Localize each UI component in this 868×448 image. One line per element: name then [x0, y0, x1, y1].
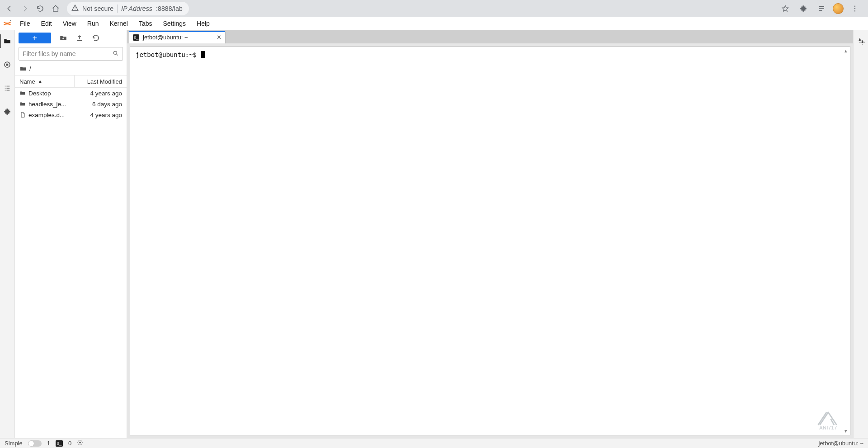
breadcrumb[interactable]: / [15, 63, 127, 75]
url-prefix: IP Address [121, 5, 152, 12]
property-inspector-icon[interactable] [854, 34, 868, 48]
header-name-column[interactable]: Name ▲ [15, 75, 75, 87]
file-row[interactable]: examples.d...4 years ago [15, 109, 127, 120]
address-bar[interactable]: Not secure IP Address :8888/lab [67, 2, 189, 15]
file-filter-input[interactable] [19, 47, 123, 61]
left-activity-bar [0, 30, 15, 438]
main-document-area: $_ jetbot@ubuntu: ~ ✕ jetbot@ubuntu:~$ ▴… [127, 30, 853, 438]
simple-mode-label: Simple [5, 440, 23, 447]
search-icon [113, 50, 119, 58]
simple-mode-toggle[interactable] [28, 440, 42, 447]
svg-point-7 [859, 39, 861, 42]
sort-ascending-icon: ▲ [38, 79, 42, 84]
svg-point-1 [854, 8, 855, 9]
terminal[interactable]: jetbot@ubuntu:~$ [130, 47, 850, 435]
document-tab-strip: $_ jetbot@ubuntu: ~ ✕ [127, 30, 853, 43]
terminal-cursor [201, 51, 205, 58]
kernel-settings-icon[interactable] [77, 439, 83, 447]
terminal-badge-icon: $_ [56, 440, 63, 447]
menu-view[interactable]: View [57, 17, 82, 30]
status-bar: Simple 1 $_ 0 jetbot@ubuntu: ~ [0, 438, 868, 448]
chrome-menu-icon[interactable] [848, 2, 862, 15]
svg-point-0 [854, 5, 855, 6]
file-icon [19, 112, 27, 118]
file-name: headless_je... [27, 101, 75, 108]
file-modified: 4 years ago [75, 112, 127, 118]
file-list-header: Name ▲ Last Modified [15, 75, 127, 88]
url-suffix: :8888/lab [156, 5, 183, 12]
breadcrumb-path: / [29, 65, 31, 72]
menu-edit[interactable]: Edit [36, 17, 57, 30]
file-name: Desktop [27, 90, 75, 97]
profile-avatar[interactable] [833, 3, 844, 14]
menu-file[interactable]: File [14, 17, 36, 30]
file-list: Desktop4 years agoheadless_je...6 days a… [15, 88, 127, 438]
terminal-icon: $_ [133, 34, 139, 41]
file-row[interactable]: Desktop4 years ago [15, 88, 127, 99]
svg-rect-5 [6, 64, 9, 66]
not-secure-label: Not secure [82, 5, 113, 12]
new-launcher-button[interactable]: + [19, 33, 51, 43]
svg-point-8 [862, 41, 864, 43]
bookmark-star-icon[interactable] [778, 2, 792, 15]
jupyterlab-menubar: FileEditViewRunKernelTabsSettingsHelp [0, 17, 868, 30]
forward-button[interactable] [18, 2, 32, 15]
tab-title: jetbot@ubuntu: ~ [143, 34, 188, 41]
file-filter-field[interactable] [23, 50, 113, 57]
jupyter-logo[interactable] [0, 17, 14, 30]
svg-point-2 [854, 10, 855, 11]
menu-tabs[interactable]: Tabs [133, 17, 158, 30]
new-folder-icon[interactable] [59, 34, 67, 42]
kernel-count[interactable]: 0 [68, 440, 71, 447]
omnibox-separator [117, 5, 118, 13]
menu-settings[interactable]: Settings [158, 17, 192, 30]
svg-point-9 [79, 442, 81, 443]
file-modified: 6 days ago [75, 101, 127, 108]
reload-button[interactable] [33, 2, 47, 15]
menu-run[interactable]: Run [82, 17, 104, 30]
folder-icon [19, 65, 27, 72]
scroll-down-icon[interactable]: ▾ [843, 428, 849, 434]
table-of-contents-tab-icon[interactable] [0, 81, 15, 95]
tab-close-icon[interactable]: ✕ [217, 34, 222, 41]
file-modified: 4 years ago [75, 90, 127, 97]
status-document-label[interactable]: jetbot@ubuntu: ~ [818, 440, 863, 447]
folder-icon [19, 90, 27, 96]
file-browser-panel: + / Name ▲ Last Modified Desktop4 years … [15, 30, 127, 438]
file-name: examples.d... [27, 112, 75, 118]
home-button[interactable] [49, 2, 62, 15]
svg-point-6 [113, 51, 117, 54]
refresh-icon[interactable] [92, 34, 100, 42]
menu-help[interactable]: Help [191, 17, 215, 30]
reading-list-icon[interactable] [815, 2, 828, 15]
tab-terminal[interactable]: $_ jetbot@ubuntu: ~ ✕ [129, 31, 226, 43]
browser-toolbar: Not secure IP Address :8888/lab [0, 0, 868, 17]
menu-kernel[interactable]: Kernel [104, 17, 133, 30]
extension-manager-tab-icon[interactable] [0, 105, 15, 118]
right-activity-bar [853, 30, 868, 438]
back-button[interactable] [3, 2, 16, 15]
extensions-icon[interactable] [797, 2, 810, 15]
terminal-prompt: jetbot@ubuntu:~$ [136, 51, 200, 58]
svg-point-3 [10, 20, 11, 21]
scroll-up-icon[interactable]: ▴ [843, 47, 849, 54]
running-sessions-tab-icon[interactable] [0, 58, 15, 71]
terminal-container: jetbot@ubuntu:~$ ▴ ▾ ANI717 [130, 46, 850, 435]
file-row[interactable]: headless_je...6 days ago [15, 99, 127, 109]
not-secure-icon [71, 4, 79, 13]
folder-icon [19, 101, 27, 107]
upload-icon[interactable] [75, 34, 84, 42]
file-browser-tab-icon[interactable] [0, 34, 15, 48]
header-modified-column[interactable]: Last Modified [75, 78, 127, 85]
header-name-label: Name [19, 78, 35, 85]
terminal-count[interactable]: 1 [47, 440, 50, 447]
